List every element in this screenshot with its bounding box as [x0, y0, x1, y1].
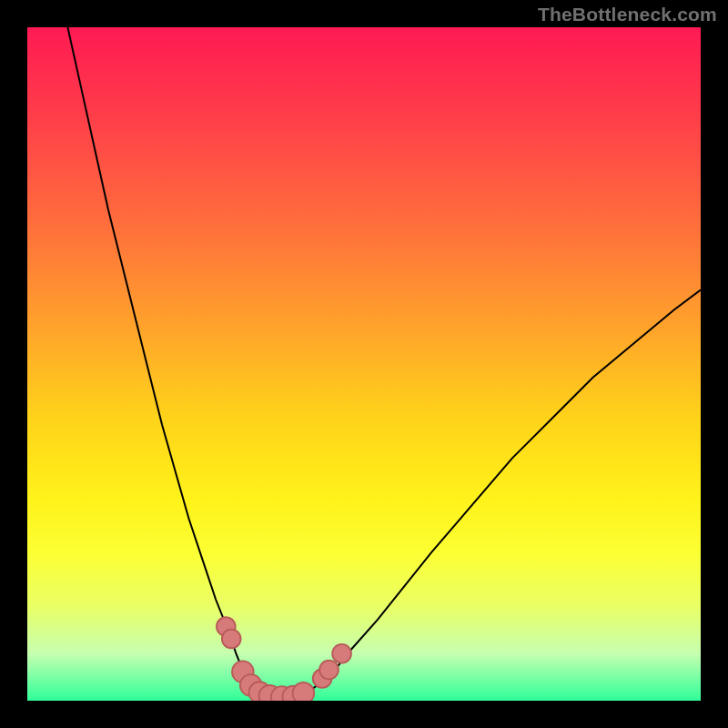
marker-dot: [332, 644, 351, 663]
marker-dot: [319, 661, 339, 680]
marker-dot: [222, 630, 241, 649]
watermark-text: TheBottleneck.com: [538, 4, 717, 25]
valley-markers: [27, 27, 701, 701]
plot-area: [27, 27, 701, 701]
chart-frame: TheBottleneck.com: [0, 0, 728, 728]
marker-dot: [293, 682, 315, 701]
